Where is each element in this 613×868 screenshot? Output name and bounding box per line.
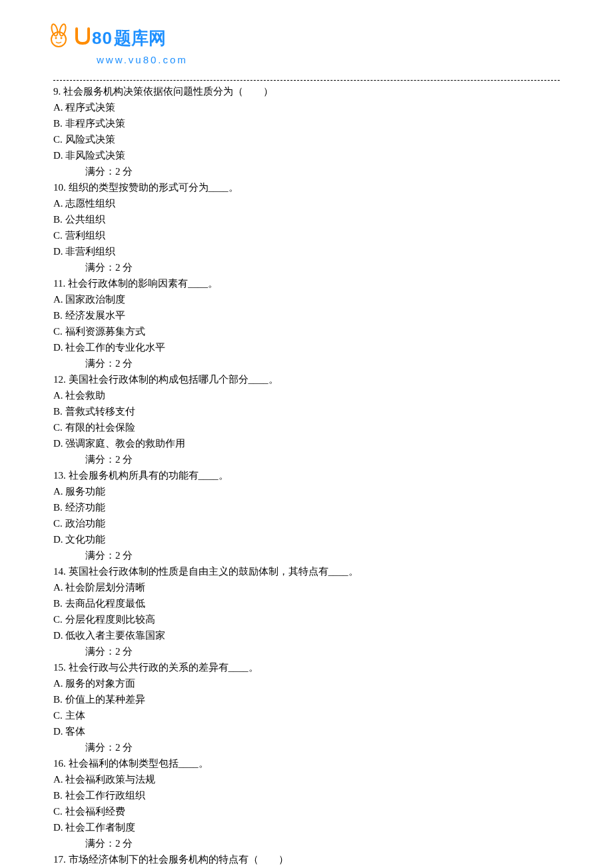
question-block: 9. 社会服务机构决策依据依问题性质分为（ ）A. 程序式决策B. 非程序式决策… <box>53 83 560 179</box>
question-block: 15. 社会行政与公共行政的关系的差异有____。A. 服务的对象方面B. 价值… <box>53 659 560 755</box>
question-text: 10. 组织的类型按赞助的形式可分为____。 <box>53 179 560 195</box>
question-option: B. 社会工作行政组织 <box>53 787 560 803</box>
svg-point-2 <box>51 32 66 47</box>
question-option: D. 强调家庭、教会的救助作用 <box>53 435 560 451</box>
question-option: B. 去商品化程度最低 <box>53 595 560 611</box>
question-score: 满分：2 分 <box>53 355 560 371</box>
question-option: C. 主体 <box>53 707 560 723</box>
question-option: A. 服务的对象方面 <box>53 675 560 691</box>
content-area: 9. 社会服务机构决策依据依问题性质分为（ ）A. 程序式决策B. 非程序式决策… <box>0 68 613 868</box>
question-option: D. 低收入者主要依靠国家 <box>53 627 560 643</box>
question-text: 14. 英国社会行政体制的性质是自由主义的鼓励体制，其特点有____。 <box>53 563 560 579</box>
question-text: 16. 社会福利的体制类型包括____。 <box>53 755 560 771</box>
question-option: D. 社会工作的专业化水平 <box>53 339 560 355</box>
question-text: 11. 社会行政体制的影响因素有____。 <box>53 275 560 291</box>
svg-point-1 <box>59 23 67 36</box>
question-block: 12. 美国社会行政体制的构成包括哪几个部分____。A. 社会救助B. 普救式… <box>53 371 560 467</box>
question-block: 13. 社会服务机构所具有的功能有____。A. 服务功能B. 经济功能C. 政… <box>53 467 560 563</box>
question-block: 16. 社会福利的体制类型包括____。A. 社会福利政策与法规B. 社会工作行… <box>53 755 560 851</box>
question-text: 9. 社会服务机构决策依据依问题性质分为（ ） <box>53 83 560 99</box>
question-score: 满分：2 分 <box>53 163 560 179</box>
logo: 80 题库网 <box>47 23 613 53</box>
question-option: D. 文化功能 <box>53 531 560 547</box>
question-block: 10. 组织的类型按赞助的形式可分为____。A. 志愿性组织B. 公共组织C.… <box>53 179 560 275</box>
question-option: B. 经济发展水平 <box>53 307 560 323</box>
bunny-icon <box>47 23 73 53</box>
question-block: 11. 社会行政体制的影响因素有____。A. 国家政治制度B. 经济发展水平C… <box>53 275 560 371</box>
question-option: B. 非程序式决策 <box>53 115 560 131</box>
question-block: 17. 市场经济体制下的社会服务机构的特点有（ ）A. 民间性B. 功能多元化C… <box>53 851 560 868</box>
logo-brand-text: 题库网 <box>114 25 166 53</box>
question-option: A. 程序式决策 <box>53 99 560 115</box>
svg-point-4 <box>61 37 63 39</box>
question-option: C. 社会福利经费 <box>53 803 560 819</box>
question-score: 满分：2 分 <box>53 259 560 275</box>
question-option: C. 福利资源募集方式 <box>53 323 560 339</box>
question-option: C. 政治功能 <box>53 515 560 531</box>
question-option: B. 公共组织 <box>53 211 560 227</box>
question-block: 14. 英国社会行政体制的性质是自由主义的鼓励体制，其特点有____。A. 社会… <box>53 563 560 659</box>
question-option: C. 营利组织 <box>53 227 560 243</box>
question-option: D. 客体 <box>53 723 560 739</box>
question-option: A. 服务功能 <box>53 483 560 499</box>
question-score: 满分：2 分 <box>53 835 560 851</box>
logo-header: 80 题库网 www.vu80.com <box>0 0 613 68</box>
question-option: A. 社会阶层划分清晰 <box>53 579 560 595</box>
question-option: C. 有限的社会保险 <box>53 419 560 435</box>
question-option: A. 社会福利政策与法规 <box>53 771 560 787</box>
divider <box>53 80 560 81</box>
question-text: 17. 市场经济体制下的社会服务机构的特点有（ ） <box>53 851 560 867</box>
question-score: 满分：2 分 <box>53 643 560 659</box>
question-text: 13. 社会服务机构所具有的功能有____。 <box>53 467 560 483</box>
question-text: 15. 社会行政与公共行政的关系的差异有____。 <box>53 659 560 675</box>
question-score: 满分：2 分 <box>53 451 560 467</box>
question-option: B. 普救式转移支付 <box>53 403 560 419</box>
question-option: A. 社会救助 <box>53 387 560 403</box>
question-option: A. 国家政治制度 <box>53 291 560 307</box>
question-option: D. 社会工作者制度 <box>53 819 560 835</box>
question-option: D. 非营利组织 <box>53 243 560 259</box>
question-score: 满分：2 分 <box>53 547 560 563</box>
svg-point-3 <box>55 37 57 39</box>
question-option: C. 风险式决策 <box>53 131 560 147</box>
question-option: B. 价值上的某种差异 <box>53 691 560 707</box>
question-option: D. 非风险式决策 <box>53 147 560 163</box>
question-option: C. 分层化程度则比较高 <box>53 611 560 627</box>
question-option: B. 经济功能 <box>53 499 560 515</box>
question-text: 12. 美国社会行政体制的构成包括哪几个部分____。 <box>53 371 560 387</box>
question-score: 满分：2 分 <box>53 739 560 755</box>
logo-url: www.vu80.com <box>47 52 613 68</box>
logo-u-icon <box>75 26 91 51</box>
questions-container: 9. 社会服务机构决策依据依问题性质分为（ ）A. 程序式决策B. 非程序式决策… <box>53 83 560 868</box>
logo-brand-number: 80 <box>92 25 113 53</box>
question-option: A. 志愿性组织 <box>53 195 560 211</box>
svg-point-0 <box>51 23 59 36</box>
